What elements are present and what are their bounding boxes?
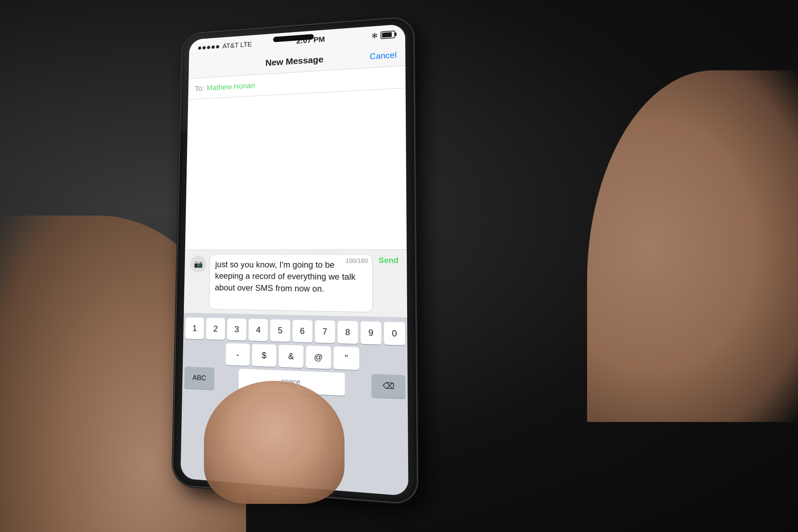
key-8[interactable]: 8 — [337, 321, 358, 344]
status-right: ✻ — [372, 30, 395, 40]
abc-key[interactable]: ABC — [184, 366, 214, 390]
bluetooth-icon: ✻ — [372, 31, 378, 40]
key-dash[interactable]: - — [226, 343, 250, 366]
key-5[interactable]: 5 — [270, 319, 290, 341]
keyboard-row-numbers: 1 2 3 4 5 6 7 8 9 0 — [185, 317, 405, 345]
message-input[interactable]: just so you know, I'm going to be keepin… — [209, 254, 373, 312]
recipient-contact[interactable]: Mathew Honan — [207, 81, 255, 92]
camera-icon: 📷 — [194, 259, 203, 268]
key-9[interactable]: 9 — [360, 321, 381, 344]
delete-icon: ⌫ — [382, 381, 394, 391]
keyboard-row-symbols: - $ & @ " — [185, 342, 405, 372]
signal-dot-1 — [198, 46, 201, 50]
cancel-button[interactable]: Cancel — [369, 50, 397, 61]
key-2[interactable]: 2 — [206, 318, 225, 340]
signal-dot-5 — [216, 45, 219, 49]
delete-key[interactable]: ⌫ — [371, 374, 405, 398]
nav-title: New Message — [265, 54, 323, 68]
key-0[interactable]: 0 — [384, 322, 405, 345]
battery-fill — [382, 32, 392, 38]
send-button[interactable]: Send — [377, 256, 401, 265]
signal-dot-4 — [212, 45, 215, 49]
key-dollar[interactable]: $ — [252, 344, 277, 367]
key-7[interactable]: 7 — [315, 320, 335, 343]
key-6[interactable]: 6 — [292, 320, 313, 342]
message-text-content: just so you know, I'm going to be keepin… — [215, 258, 367, 295]
compose-area: 📷 just so you know, I'm going to be keep… — [184, 250, 407, 318]
key-quote[interactable]: " — [334, 346, 359, 370]
signal-dot-3 — [207, 46, 210, 49]
key-1[interactable]: 1 — [185, 317, 204, 339]
battery-indicator — [381, 30, 395, 39]
key-4[interactable]: 4 — [249, 319, 268, 341]
carrier-text: AT&T LTE — [223, 40, 252, 50]
status-left: AT&T LTE — [198, 40, 252, 52]
key-ampersand[interactable]: & — [279, 345, 304, 368]
char-count: 100/160 — [346, 257, 368, 265]
signal-dots — [198, 45, 219, 50]
camera-button[interactable]: 📷 — [190, 255, 206, 273]
key-at[interactable]: @ — [306, 345, 331, 369]
signal-dot-2 — [202, 46, 206, 49]
thumb — [204, 381, 345, 504]
key-3[interactable]: 3 — [227, 318, 246, 340]
message-body-area[interactable] — [185, 88, 406, 250]
to-label: To: — [195, 84, 204, 93]
